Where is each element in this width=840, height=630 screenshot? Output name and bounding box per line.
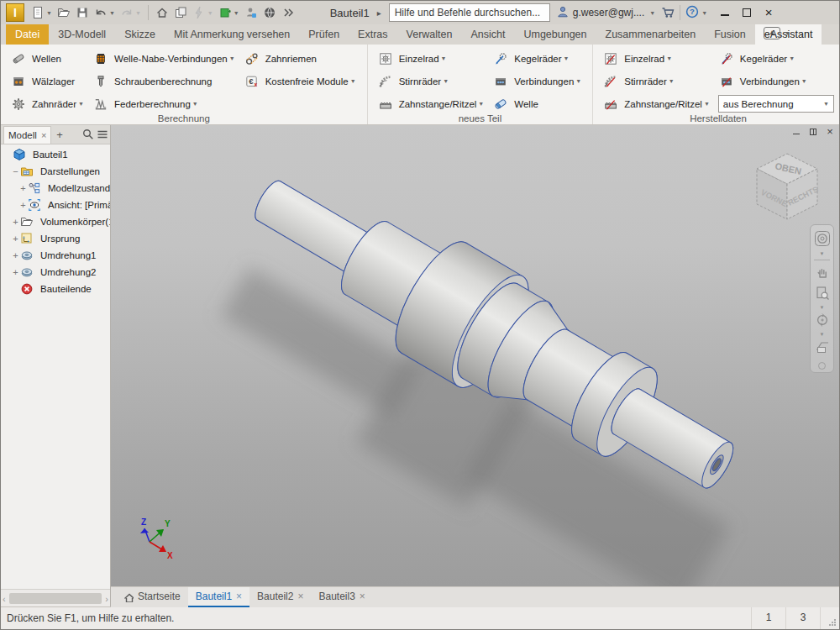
doc-tab-startseite[interactable]: Startseite — [115, 587, 188, 607]
ribbon-button-stirnräder[interactable]: Stirnräder▼ — [599, 70, 715, 92]
undo-icon[interactable]: ▼ — [92, 3, 118, 23]
chevron-down-icon[interactable]: ▼ — [820, 332, 825, 338]
viewport-3d[interactable]: × OBEN VORNE RECHTS ▼ ▼ — [111, 125, 839, 607]
doc-minimize-button[interactable] — [792, 128, 801, 136]
ribbon-tab-zusammenarbeiten[interactable]: Zusammenarbeiten — [596, 24, 706, 45]
ribbon-button-einzelrad[interactable]: Einzelrad▼ — [599, 47, 715, 70]
scroll-left-icon[interactable]: ‹ — [3, 594, 6, 604]
ribbon-button-verbindungen[interactable]: Verbindungen▼ — [489, 70, 586, 92]
ribbon-tab-fusion[interactable]: Fusion — [705, 24, 755, 45]
chevron-down-icon[interactable]: ▼ — [350, 78, 356, 84]
chevron-down-icon[interactable]: ▼ — [669, 78, 675, 84]
switch-windows-icon[interactable] — [171, 3, 190, 23]
chevron-down-icon[interactable]: ▼ — [789, 55, 795, 61]
ilogic-user-icon[interactable] — [242, 3, 260, 23]
expander-plus-icon[interactable]: + — [18, 183, 28, 193]
close-icon[interactable]: × — [360, 591, 365, 602]
ribbon-tab-skizze[interactable]: Skizze — [115, 24, 165, 45]
chevron-down-icon[interactable]: ▼ — [820, 305, 825, 311]
ribbon-button-wellen[interactable]: Wellen — [7, 47, 89, 70]
chevron-down-icon[interactable]: ▼ — [823, 101, 829, 107]
ribbon-tab-datei[interactable]: Datei — [6, 24, 49, 45]
ribbon-button-kegelräder[interactable]: Kegelräder▼ — [489, 47, 586, 70]
chevron-down-icon[interactable]: ▼ — [820, 251, 825, 257]
open-folder-icon[interactable] — [55, 3, 73, 23]
doc-tab-bauteil1[interactable]: Bauteil1× — [188, 587, 249, 607]
ribbon-button-kegelräder[interactable]: Kegelräder▼ — [715, 47, 837, 70]
chevron-down-icon[interactable]: ▼ — [478, 101, 484, 107]
ribbon-button-schraubenberechnung[interactable]: Schraubenberechnung — [89, 70, 240, 92]
ribbon-tab-3d-modell[interactable]: 3D-Modell — [49, 24, 115, 45]
chevron-down-icon[interactable]: ▼ — [78, 101, 84, 107]
scroll-right-icon[interactable]: › — [105, 594, 108, 604]
new-file-icon[interactable]: ▼ — [29, 3, 55, 23]
ribbon-tab-umgebungen[interactable]: Umgebungen — [514, 24, 596, 45]
ribbon-tab-verwalten[interactable]: Verwalten — [397, 24, 462, 45]
close-button[interactable]: × — [764, 8, 774, 18]
ribbon-button-zahnstange-ritzel[interactable]: Zahnstange/Ritzel▼ — [599, 92, 715, 115]
tree-item-ansicht-primär[interactable]: +Ansicht: [Primär — [1, 197, 110, 213]
tree-item-darstellungen[interactable]: −Darstellungen — [1, 163, 110, 180]
doc-tab-bauteil3[interactable]: Bauteil3× — [311, 587, 372, 607]
scrollbar-thumb[interactable] — [9, 593, 102, 604]
chevron-down-icon[interactable]: ▼ — [575, 78, 581, 84]
browser-horizontal-scrollbar[interactable]: ‹ › — [1, 589, 110, 607]
save-icon[interactable] — [73, 3, 92, 23]
chevron-down-icon[interactable]: ▼ — [234, 10, 239, 16]
doc-restore-button[interactable] — [809, 128, 817, 136]
chevron-down-icon[interactable]: ▼ — [801, 78, 807, 84]
add-browser-tab-button[interactable]: + — [54, 129, 66, 141]
close-icon[interactable]: × — [41, 130, 46, 140]
chevron-down-icon[interactable]: ▼ — [135, 10, 141, 16]
pan-icon[interactable] — [815, 263, 830, 284]
expand-toolbar-icon[interactable] — [279, 3, 297, 23]
chevron-down-icon[interactable]: ▼ — [192, 101, 198, 107]
chevron-down-icon[interactable]: ▼ — [229, 55, 235, 61]
help-search-input[interactable] — [389, 3, 550, 22]
chevron-down-icon[interactable]: ▼ — [564, 55, 570, 61]
view-cube[interactable]: OBEN VORNE RECHTS — [748, 147, 826, 228]
ribbon-button-welle[interactable]: Welle — [489, 92, 586, 115]
quick-update-icon[interactable]: ▼ — [190, 3, 216, 23]
account-menu[interactable]: g.weser@gwj.... ▼ — [556, 5, 655, 21]
tree-item-modellzustand-[interactable]: +Modellzustand: — [1, 180, 110, 197]
ribbon-button-verbindungen[interactable]: Verbindungen▼ — [715, 70, 837, 92]
navigation-wheel-icon[interactable] — [814, 228, 831, 251]
chevron-down-icon[interactable]: ▼ — [666, 55, 672, 61]
expander-plus-icon[interactable]: + — [11, 250, 20, 260]
ribbon-tab-prüfen[interactable]: Prüfen — [299, 24, 349, 45]
look-at-icon[interactable] — [815, 338, 830, 359]
ribbon-display-toggle[interactable]: ▲ ▼ — [764, 27, 790, 39]
close-icon[interactable]: × — [297, 591, 303, 602]
ribbon-button-welle-nabe-verbindungen[interactable]: Welle-Nabe-Verbindungen▼ — [89, 47, 240, 70]
tree-item-volumenkörper-1-[interactable]: +Volumenkörper(1) — [1, 213, 110, 230]
doc-tab-bauteil2[interactable]: Bauteil2× — [249, 587, 311, 607]
shaft-3d-model[interactable] — [111, 125, 839, 607]
ribbon-button-stirnräder[interactable]: Stirnräder▼ — [374, 70, 490, 92]
ribbon-button-einzelrad[interactable]: Einzelrad▼ — [374, 47, 490, 70]
minimize-button[interactable] — [720, 8, 730, 18]
tree-item-umdrehung2[interactable]: +Umdrehung2 — [1, 264, 110, 281]
chevron-down-icon[interactable]: ▼ — [701, 10, 707, 16]
tree-item-ursprung[interactable]: +Ursprung — [1, 230, 110, 247]
tree-item-bauteilende[interactable]: Bauteilende — [1, 281, 110, 297]
tree-item-umdrehung1[interactable]: +Umdrehung1 — [1, 247, 110, 264]
orbit-icon[interactable] — [815, 311, 830, 332]
ribbon-button-federberechnung[interactable]: Federberechnung▼ — [89, 92, 240, 115]
help-icon[interactable]: ? — [685, 5, 699, 21]
browser-tab-modell[interactable]: Modell × — [3, 126, 51, 144]
tree-item-bauteil1[interactable]: Bauteil1 — [1, 146, 110, 163]
expander-plus-icon[interactable]: + — [18, 200, 28, 210]
ribbon-tab-ansicht[interactable]: Ansicht — [461, 24, 514, 45]
hamburger-menu-icon[interactable] — [96, 128, 108, 142]
ribbon-button-zahnstange-ritzel[interactable]: Zahnstange/Ritzel▼ — [374, 92, 490, 115]
ribbon-button-kostenfreie-module[interactable]: €xKostenfreie Module▼ — [240, 70, 361, 92]
expander-plus-icon[interactable]: + — [11, 234, 20, 244]
navbar-options-icon[interactable] — [818, 362, 826, 370]
ribbon-tab-extras[interactable]: Extras — [349, 24, 396, 45]
home-icon[interactable] — [153, 3, 171, 23]
app-store-cart-icon[interactable] — [661, 5, 675, 21]
expander-plus-icon[interactable]: + — [11, 217, 20, 227]
chevron-down-icon[interactable]: ▼ — [441, 55, 447, 61]
maximize-button[interactable] — [742, 8, 752, 18]
